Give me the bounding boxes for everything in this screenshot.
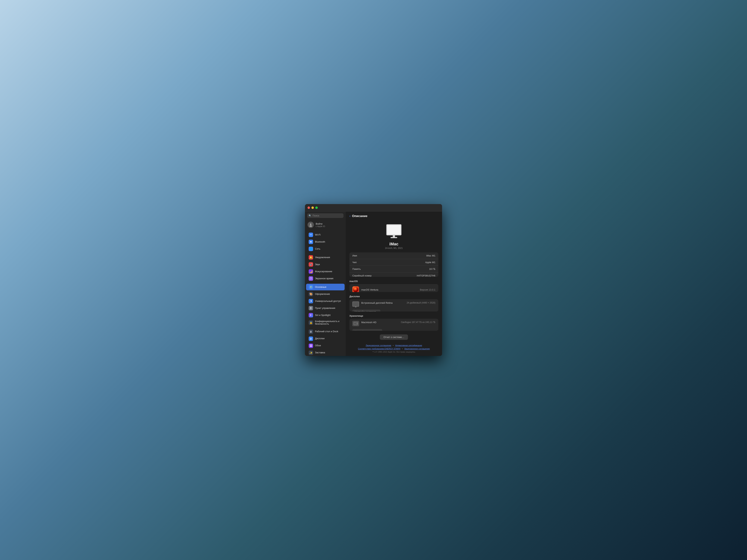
displays-section-title: Дисплеи xyxy=(346,295,442,299)
profile-section[interactable]: Войти с Apple ID xyxy=(305,220,346,230)
macos-row: macOS Ventura Версия 13.0.1 xyxy=(350,284,438,292)
search-box[interactable]: 🔍 xyxy=(307,213,343,218)
svg-rect-3 xyxy=(387,225,401,235)
minimize-button[interactable] xyxy=(311,207,314,209)
bluetooth-icon xyxy=(309,240,313,244)
separator-1: • xyxy=(393,344,393,346)
siri-icon: 🎙 xyxy=(309,313,313,317)
notifications-icon: 🔔 xyxy=(309,255,313,260)
info-section: Имя iMac M1 Чип Apple M1 Память 16 ГБ Се… xyxy=(350,252,438,277)
sidebar-item-screentime[interactable]: ⏱ Экранное время xyxy=(306,275,344,282)
footer-links: Лицензионное соглашение • Нормативная се… xyxy=(346,343,442,356)
info-value-memory: 16 ГБ xyxy=(429,268,435,270)
system-report-button[interactable]: Отчет о системе… xyxy=(380,335,408,340)
info-label-memory: Память xyxy=(352,268,361,270)
sidebar-item-accessibility[interactable]: ♿ Универсальный доступ xyxy=(306,298,344,304)
device-name: iMac xyxy=(389,242,398,246)
sidebar-item-notifications[interactable]: 🔔 Уведомления xyxy=(306,254,344,261)
storage-settings-button[interactable]: Настройки хранилища… xyxy=(352,329,382,331)
certification-link[interactable]: Нормативная сертификация xyxy=(395,344,422,346)
storage-section: Macintosh HD Свободно 167,47 ГБ из 245,1… xyxy=(350,319,438,331)
search-input[interactable] xyxy=(313,214,342,217)
appearance-icon: 🎨 xyxy=(309,292,313,296)
sidebar-item-displays[interactable]: 🖥 Дисплеи xyxy=(306,336,344,342)
display-size: 24-дюймовый (4480 × 2520) xyxy=(407,301,435,304)
storage-row: Macintosh HD Свободно 167,47 ГБ из 245,1… xyxy=(350,319,438,328)
search-icon: 🔍 xyxy=(309,214,311,217)
screentime-icon: ⏱ xyxy=(309,276,313,281)
macos-name: macOS Ventura xyxy=(361,288,418,291)
macos-section: macOS Ventura Версия 13.0.1 xyxy=(350,284,438,292)
device-icon xyxy=(385,223,403,240)
info-value-name: iMac M1 xyxy=(426,254,435,257)
display-name: Встроенный дисплей Retina xyxy=(361,301,405,304)
license-link-2[interactable]: Лицензионное соглашение xyxy=(404,348,430,350)
panel-header: ‹ Описание xyxy=(346,212,442,220)
display-icon xyxy=(352,301,359,307)
svg-point-0 xyxy=(310,223,311,225)
sidebar-item-label: Универсальный доступ xyxy=(315,300,341,303)
sidebar-item-label: Bluetooth xyxy=(315,240,325,243)
macos-version: Версия 13.0.1 xyxy=(420,288,435,291)
wallpaper-icon: 🖼 xyxy=(309,344,313,348)
sidebar-item-sound[interactable]: 🔊 Звук xyxy=(306,261,344,268)
sidebar-item-label: Уведомления xyxy=(315,256,330,259)
sidebar-item-controlcenter[interactable]: 🎛 Пункт управления xyxy=(306,305,344,312)
info-value-chip: Apple M1 xyxy=(425,261,435,264)
page-title: Описание xyxy=(352,214,367,218)
macos-section-title: macOS xyxy=(346,280,442,284)
energy-link[interactable]: Соответствие требованиям ENERGY STAR® xyxy=(358,348,401,350)
sidebar-item-label: Siri и Spotlight xyxy=(315,314,331,317)
info-value-serial: H4TGF08UQ7H6 xyxy=(417,274,435,277)
storage-name: Macintosh HD xyxy=(361,321,399,324)
info-row-memory: Память 16 ГБ xyxy=(350,266,438,272)
info-label-name: Имя xyxy=(352,254,357,257)
desktop-icon: 🖥 xyxy=(309,329,313,334)
back-button[interactable]: ‹ xyxy=(350,214,351,218)
display-row: Встроенный дисплей Retina 24-дюймовый (4… xyxy=(350,299,438,309)
sidebar-item-label: Обои xyxy=(315,344,321,347)
main-panel: ‹ Описание iMac 24-inch xyxy=(346,212,442,356)
screensaver-icon: ✨ xyxy=(309,351,313,355)
sidebar: 🔍 Войти с Apple ID xyxy=(305,212,346,356)
sidebar-item-siri[interactable]: 🎙 Siri и Spotlight xyxy=(306,312,344,319)
sidebar-item-privacy[interactable]: 🔒 Конфиденциальность и безопасность xyxy=(306,319,344,326)
close-button[interactable] xyxy=(308,207,310,209)
sidebar-item-appearance[interactable]: 🎨 Оформление xyxy=(306,291,344,297)
controlcenter-icon: 🎛 xyxy=(309,306,313,310)
displays-section: Встроенный дисплей Retina 24-дюймовый (4… xyxy=(350,299,438,311)
svg-point-8 xyxy=(357,323,357,324)
titlebar xyxy=(305,204,442,212)
general-icon: ⚙️ xyxy=(309,285,313,289)
sidebar-item-label: Пункт управления xyxy=(315,307,335,310)
sidebar-item-label: Основные xyxy=(315,286,327,289)
profile-login: Войти xyxy=(316,222,325,225)
storage-free: Свободно 167,47 ГБ из 245,11 ГБ xyxy=(401,321,435,323)
avatar xyxy=(308,222,314,228)
storage-info: Macintosh HD xyxy=(361,321,399,324)
accessibility-icon: ♿ xyxy=(309,299,313,303)
display-settings-button[interactable]: Настройки дисплеев… xyxy=(352,310,380,311)
sidebar-item-wifi[interactable]: Wi-Fi xyxy=(306,232,344,238)
sidebar-item-desktop[interactable]: 🖥 Рабочий стол и Dock xyxy=(306,328,344,335)
sidebar-item-focus[interactable]: 🌙 Фокусирование xyxy=(306,268,344,275)
sidebar-item-screensaver[interactable]: ✨ Заставка xyxy=(306,349,344,356)
fullscreen-button[interactable] xyxy=(315,207,318,209)
focus-icon: 🌙 xyxy=(309,269,313,274)
profile-text: Войти с Apple ID xyxy=(316,222,325,228)
sidebar-item-bluetooth[interactable]: Bluetooth xyxy=(306,239,344,245)
display-info: Встроенный дисплей Retina xyxy=(361,301,405,304)
device-section: iMac 24-inch, M1, 2021 xyxy=(346,220,442,252)
sidebar-item-wallpaper[interactable]: 🖼 Обои xyxy=(306,342,344,349)
info-label-chip: Чип xyxy=(352,261,357,264)
profile-sub: с Apple ID xyxy=(316,225,325,228)
sidebar-item-label: Фокусирование xyxy=(315,270,332,273)
info-label-serial: Серийный номер xyxy=(352,274,372,277)
license-link-1[interactable]: Лицензионное соглашение xyxy=(366,344,391,346)
sidebar-item-label: Заставка xyxy=(315,351,325,354)
window-content: 🔍 Войти с Apple ID xyxy=(305,212,442,356)
copyright: ™ и © 1983–2022 Apple Inc. Все права защ… xyxy=(350,351,438,353)
sidebar-item-network[interactable]: 🌐 Сеть xyxy=(306,245,344,252)
sidebar-item-general[interactable]: ⚙️ Основные xyxy=(306,284,344,290)
sound-icon: 🔊 xyxy=(309,262,313,267)
